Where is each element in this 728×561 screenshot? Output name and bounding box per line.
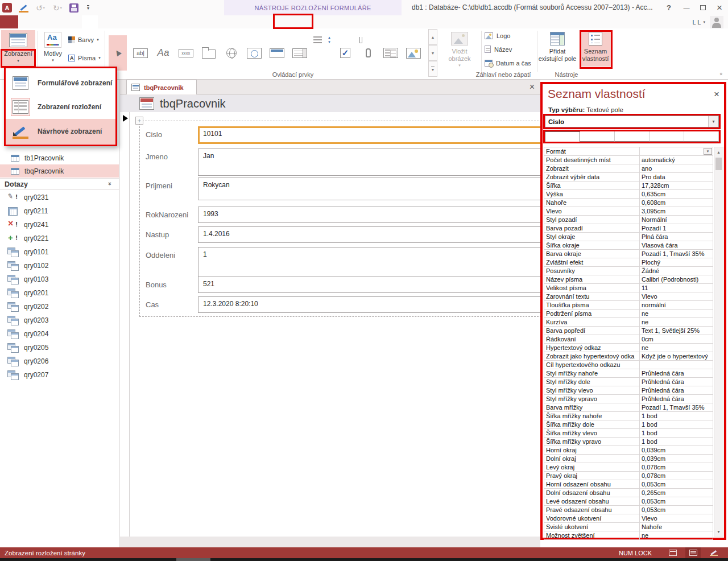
- property-row[interactable]: Barva pozadí Pozadí 1: [544, 224, 713, 233]
- property-value[interactable]: ne: [640, 318, 713, 326]
- property-tab[interactable]: [650, 131, 684, 142]
- restore-icon[interactable]: [700, 5, 706, 10]
- nav-query-item[interactable]: qry0231: [0, 191, 119, 204]
- nav-query-item[interactable]: qry0103: [0, 273, 119, 286]
- collapse-ribbon-icon[interactable]: [719, 71, 722, 77]
- label-icon[interactable]: [154, 35, 172, 71]
- property-row[interactable]: Styl mřížky nahoře Průhledná čára: [544, 369, 713, 378]
- property-row[interactable]: Zarovnání textu Vlevo: [544, 292, 713, 301]
- property-sheet-button[interactable]: Seznamvlastností: [580, 30, 611, 67]
- property-row[interactable]: Barva mřížky Pozadí 1, Tmavší 35%: [544, 403, 713, 412]
- property-value[interactable]: 0,635cm: [640, 190, 713, 198]
- property-value[interactable]: automatický: [640, 156, 713, 164]
- property-value[interactable]: Plná čára: [640, 233, 713, 241]
- datetime-button[interactable]: Datum a čas: [485, 59, 531, 67]
- property-row[interactable]: Kurzíva ne: [544, 318, 713, 327]
- combo-box-icon[interactable]: [291, 35, 309, 71]
- property-tab[interactable]: [615, 131, 650, 142]
- property-row[interactable]: Styl mřížky vlevo Průhledná čára: [544, 386, 713, 395]
- property-row[interactable]: Zvláštní efekt Plochý: [544, 258, 713, 267]
- field-label[interactable]: Cas: [146, 300, 159, 309]
- help-icon[interactable]: [665, 4, 673, 12]
- property-row[interactable]: Možnost zvětšení ne: [544, 531, 713, 540]
- property-row[interactable]: Šířka mřížky nahoře 1 bod: [544, 412, 713, 420]
- property-value[interactable]: Calibri (Podrobnosti): [640, 275, 713, 283]
- ribbon-tab[interactable]: [50, 15, 66, 28]
- dropdown-arrow-icon[interactable]: [704, 148, 712, 155]
- property-row[interactable]: Zobrazit jako hypertextový odka Když jde…: [544, 352, 713, 361]
- property-value[interactable]: Vlevo: [640, 514, 713, 522]
- property-value[interactable]: Průhledná čára: [640, 395, 713, 403]
- field-textbox[interactable]: 12.3.2020 8:20:10: [198, 296, 540, 313]
- nav-query-item[interactable]: qry0205: [0, 341, 119, 354]
- property-row[interactable]: Šířka okraje Vlasová čára: [544, 241, 713, 250]
- close-icon[interactable]: [715, 4, 723, 12]
- subform-icon[interactable]: [382, 35, 400, 71]
- views-button[interactable]: Zobrazení: [1, 30, 35, 68]
- field-textbox[interactable]: 1.4.2016: [198, 226, 540, 243]
- nav-query-item[interactable]: qry0203: [0, 314, 119, 327]
- property-row[interactable]: Šířka mřížky dole 1 bod: [544, 420, 713, 429]
- property-value[interactable]: Pozadí 1: [640, 224, 713, 232]
- field-textbox[interactable]: 10101: [198, 126, 540, 144]
- property-value[interactable]: 0,608cm: [640, 199, 713, 207]
- property-value[interactable]: 1 bod: [640, 420, 713, 428]
- property-value[interactable]: 0,039cm: [640, 455, 713, 463]
- attachment-icon[interactable]: [359, 35, 377, 71]
- property-value[interactable]: Žádné: [640, 267, 713, 275]
- web-browser-icon[interactable]: [245, 35, 263, 71]
- property-value[interactable]: Průhledná čára: [640, 378, 713, 386]
- account-name[interactable]: L L: [693, 15, 705, 28]
- field-textbox[interactable]: 1: [198, 247, 540, 278]
- navigation-control-icon[interactable]: [268, 35, 286, 71]
- colors-button[interactable]: Barvy: [68, 34, 99, 46]
- property-row[interactable]: Pravý okraj 0,078cm: [544, 472, 713, 480]
- design-view-qat-icon[interactable]: [19, 3, 28, 13]
- field-label[interactable]: RokNarozeni: [146, 211, 188, 219]
- ribbon-tab[interactable]: [0, 15, 18, 28]
- property-row[interactable]: Cíl hypertextového odkazu: [544, 361, 713, 369]
- nav-query-item[interactable]: qry0102: [0, 259, 119, 273]
- save-icon[interactable]: [69, 3, 78, 13]
- property-tab[interactable]: [684, 131, 719, 142]
- property-value[interactable]: Plochý: [640, 258, 713, 266]
- property-row[interactable]: Vodorovné ukotvení Vlevo: [544, 514, 713, 523]
- property-row[interactable]: Posuvníky Žádné: [544, 267, 713, 275]
- chevron-down-icon[interactable]: [708, 116, 718, 127]
- property-value[interactable]: 1 bod: [640, 429, 713, 437]
- qat-customize-icon[interactable]: [85, 3, 91, 13]
- property-row[interactable]: Šířka mřížky vlevo 1 bod: [544, 429, 713, 438]
- field-label[interactable]: Nastup: [146, 230, 169, 239]
- avatar[interactable]: [710, 16, 723, 28]
- property-row[interactable]: Svislé ukotvení Nahoře: [544, 523, 713, 531]
- property-value[interactable]: Průhledná čára: [640, 386, 713, 394]
- property-value[interactable]: 1 bod: [640, 438, 713, 446]
- scrollbar-thumb[interactable]: [715, 158, 722, 170]
- ribbon-tab[interactable]: [114, 15, 130, 28]
- themes-button[interactable]: Motivy: [40, 30, 66, 68]
- property-value[interactable]: 0,053cm: [640, 506, 713, 514]
- image-control-icon[interactable]: [404, 35, 423, 71]
- property-scrollbar[interactable]: [714, 147, 723, 537]
- property-row[interactable]: Šířka mřížky vpravo 1 bod: [544, 438, 713, 446]
- property-value[interactable]: 0,078cm: [640, 463, 713, 471]
- property-row[interactable]: Výška 0,635cm: [544, 190, 713, 199]
- minimize-icon[interactable]: [682, 4, 690, 12]
- nav-query-item[interactable]: qry0211: [0, 204, 119, 218]
- property-row[interactable]: Zobrazit výběr data Pro data: [544, 173, 713, 182]
- property-value[interactable]: normální: [640, 301, 713, 309]
- property-row[interactable]: Šířka 17,328cm: [544, 182, 713, 190]
- property-row[interactable]: Podtržení písma ne: [544, 310, 713, 318]
- redo-icon[interactable]: [52, 3, 63, 13]
- property-value[interactable]: Pozadí 1, Tmavší 35%: [640, 250, 713, 258]
- property-value[interactable]: ne: [640, 310, 713, 317]
- close-property-sheet-icon[interactable]: [714, 89, 719, 100]
- menu-item-form-view[interactable]: Formulářové zobrazení: [6, 72, 115, 94]
- select-cursor-icon[interactable]: [109, 35, 127, 71]
- hyperlink-icon[interactable]: [222, 35, 241, 71]
- undo-icon[interactable]: [35, 3, 46, 13]
- property-value[interactable]: Vlasová čára: [640, 241, 713, 249]
- property-value[interactable]: [640, 147, 713, 155]
- nav-query-item[interactable]: qry0101: [0, 245, 119, 259]
- property-value[interactable]: 0,053cm: [640, 497, 713, 505]
